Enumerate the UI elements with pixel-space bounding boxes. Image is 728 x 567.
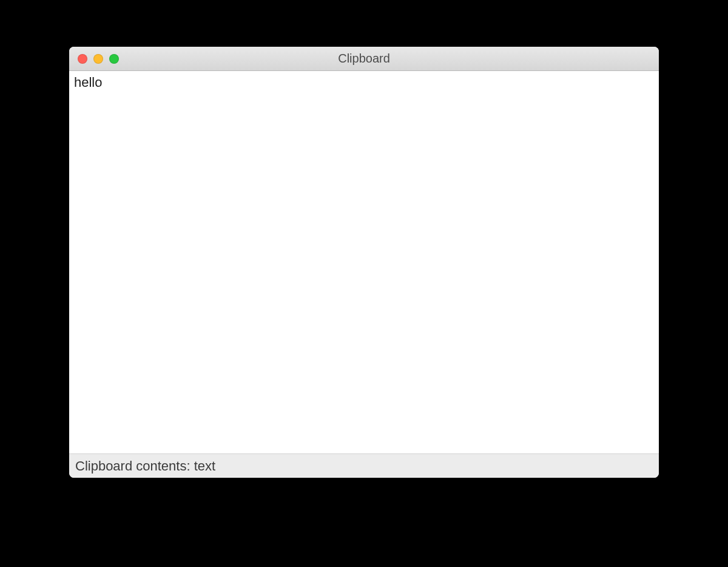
maximize-button[interactable]: [109, 54, 119, 64]
traffic-lights: [69, 54, 119, 64]
status-bar: Clipboard contents: text: [69, 453, 659, 478]
content-text: hello: [74, 75, 102, 90]
content-area[interactable]: hello: [69, 71, 659, 453]
status-text: Clipboard contents: text: [75, 458, 215, 474]
window-title: Clipboard: [69, 52, 659, 66]
titlebar[interactable]: Clipboard: [69, 47, 659, 71]
close-button[interactable]: [78, 54, 87, 64]
clipboard-window: Clipboard hello Clipboard contents: text: [69, 47, 659, 478]
minimize-button[interactable]: [93, 54, 103, 64]
